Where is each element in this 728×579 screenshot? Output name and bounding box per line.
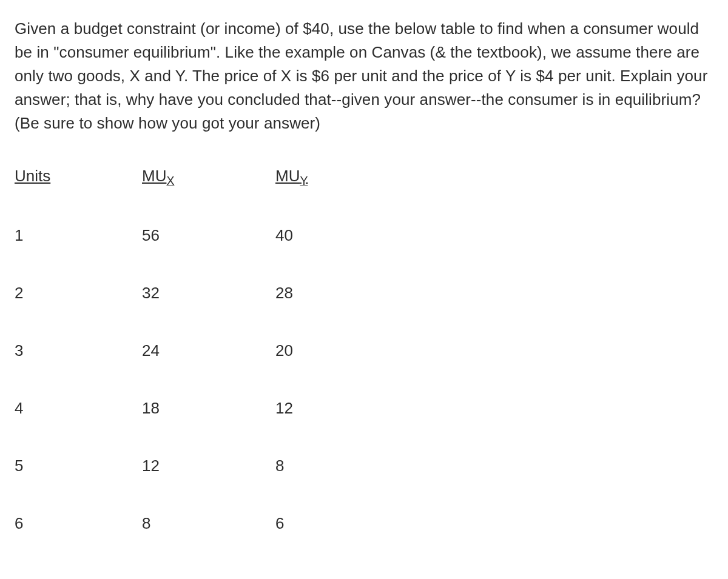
- utility-table: Units MUX MUY 1 56 40 2 32 28 3 24 20 4 …: [15, 164, 713, 535]
- header-mux-prefix: MU: [142, 167, 166, 185]
- header-muy-prefix: MU: [275, 167, 300, 185]
- table-cell: 4: [15, 397, 142, 420]
- header-mux-sub: X: [166, 174, 174, 187]
- table-cell: 28: [275, 281, 409, 305]
- header-mux: MUX: [142, 164, 275, 190]
- table-cell: 20: [275, 339, 409, 363]
- table-cell: 3: [15, 339, 142, 363]
- table-cell: 8: [142, 512, 275, 535]
- table-cell: 6: [15, 512, 142, 535]
- table-cell: 12: [275, 397, 409, 420]
- table-cell: 1: [15, 224, 142, 247]
- table-cell: 18: [142, 397, 275, 420]
- table-cell: 8: [275, 454, 409, 478]
- question-text: Given a budget constraint (or income) of…: [15, 17, 713, 135]
- table-cell: 32: [142, 281, 275, 305]
- header-units: Units: [15, 164, 142, 190]
- table-cell: 2: [15, 281, 142, 305]
- table-cell: 6: [275, 512, 409, 535]
- table-cell: 24: [142, 339, 275, 363]
- header-muy-sub: Y: [300, 174, 308, 187]
- header-muy: MUY: [275, 164, 409, 190]
- table-cell: 40: [275, 224, 409, 247]
- table-cell: 56: [142, 224, 275, 247]
- table-cell: 12: [142, 454, 275, 478]
- table-cell: 5: [15, 454, 142, 478]
